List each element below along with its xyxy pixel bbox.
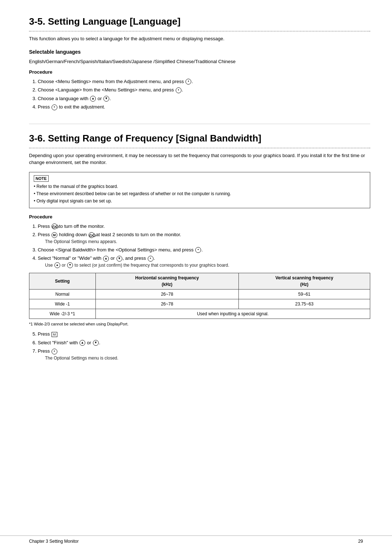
cell-h-wide1: 26~78 (95, 299, 238, 309)
procedure-36-steps: Press ⏻ to turn off the monitor. Press M… (38, 223, 370, 268)
footer-left: Chapter 3 Setting Monitor (29, 538, 79, 545)
enter-icon-1: · (185, 79, 191, 85)
step-36-4-sub: Use ▲ or ▼ to select (or just confirm) t… (45, 262, 370, 268)
section-36-intro: Depending upon your operating environmen… (29, 152, 370, 166)
cell-wide23-combined: Used when inputting a special signal. (95, 309, 370, 319)
cell-v-normal: 59~61 (238, 289, 370, 299)
step-36-2-sub: The Optional Settings menu appears. (45, 238, 370, 245)
cell-setting-wide23: Wide -2/-3 *1 (29, 309, 96, 319)
col-h-freq: Horizontal scanning frequency(kHz) (95, 273, 238, 289)
procedure-36-block: Procedure Press ⏻ to turn off the monito… (29, 213, 370, 361)
section-35-intro: This function allows you to select a lan… (29, 35, 370, 42)
section-35-title: 3-5. Setting Language [Language] (29, 15, 370, 32)
step-36-5: Press M (38, 331, 370, 338)
table-row: Wide -2/-3 *1 Used when inputting a spec… (29, 309, 370, 319)
enter-icon-4: · (195, 247, 201, 253)
step-36-1: Press ⏻ to turn off the monitor. (38, 223, 370, 230)
step-35-3: Choose a language with ▲ or ▼. (38, 95, 370, 102)
section-36: 3-6. Setting Range of Frequency [Signal … (29, 131, 370, 361)
cell-setting-normal: Normal (29, 289, 96, 299)
note-box: NOTE • Refer to the manual of the graphi… (29, 172, 370, 209)
note-label: NOTE (34, 175, 49, 182)
procedure-35-heading: Procedure (29, 69, 370, 76)
up-arrow-icon-3: ▲ (54, 262, 60, 268)
enter-icon-2: · (176, 87, 181, 93)
table-row: Normal 26~78 59~61 (29, 289, 370, 299)
step-35-2: Choose <Language> from the <Menu Setting… (38, 86, 370, 94)
cell-setting-wide1: Wide -1 (29, 299, 96, 309)
down-arrow-icon-3: ▼ (67, 262, 73, 268)
frequency-table: Setting Horizontal scanning frequency(kH… (29, 273, 370, 319)
cell-h-normal: 26~78 (95, 289, 238, 299)
note-item-1: • Refer to the manual of the graphics bo… (34, 183, 366, 190)
down-arrow-icon-1: ▼ (103, 96, 109, 102)
footer-right: 29 (358, 538, 363, 545)
note-item-2: • These environment described below can … (34, 190, 366, 197)
procedure-35-steps: Choose <Menu Settings> menu from the Adj… (38, 78, 370, 111)
up-arrow-icon-2: ▲ (103, 256, 109, 262)
table-header-row: Setting Horizontal scanning frequency(kH… (29, 273, 370, 289)
selectable-languages-block: Selectable languages English/German/Fren… (29, 48, 370, 65)
section-divider (29, 124, 370, 124)
note-item-3: • Only digital input signals can be set … (34, 198, 366, 204)
procedure-36-steps-after: Press M Select "Finish" with ▲ or ▼. Pre… (38, 331, 370, 361)
cell-v-wide1: 23.75~63 (238, 299, 370, 309)
selectable-languages-heading: Selectable languages (29, 48, 370, 56)
step-36-3: Choose <Signal Baldwidth> from the <Opti… (38, 246, 370, 254)
down-arrow-icon-4: ▼ (93, 340, 99, 346)
section-36-title: 3-6. Setting Range of Frequency [Signal … (29, 131, 370, 148)
power-icon-1: ⏻ (52, 223, 57, 229)
step-35-1: Choose <Menu Settings> menu from the Adj… (38, 78, 370, 85)
down-arrow-icon-2: ▼ (117, 256, 122, 262)
up-arrow-icon-4: ▲ (79, 340, 85, 346)
section-35: 3-5. Setting Language [Language] This fu… (29, 15, 370, 111)
languages-list: English/German/French/Spanish/Italian/Sw… (29, 58, 370, 65)
table-footnote: *1 Wide-2/3 cannot be selected when usin… (29, 321, 370, 327)
col-v-freq: Vertical scanning frequency(Hz) (238, 273, 370, 289)
procedure-36-heading: Procedure (29, 213, 370, 221)
step-36-6: Select "Finish" with ▲ or ▼. (38, 339, 370, 346)
step-36-7-sub: The Optional Settings menu is closed. (45, 355, 370, 361)
step-36-4: Select "Normal" or "Wide" with ▲ or ▼, a… (38, 255, 370, 268)
enter-icon-3: · (52, 104, 57, 110)
col-setting: Setting (29, 273, 96, 289)
menu-icon: M (52, 332, 57, 337)
up-arrow-icon-1: ▲ (90, 96, 96, 102)
step-36-7: Press · The Optional Settings menu is cl… (38, 348, 370, 361)
step-36-2: Press M holding down ⏻ at least 2 second… (38, 231, 370, 245)
procedure-35-block: Procedure Choose <Menu Settings> menu fr… (29, 69, 370, 111)
table-row: Wide -1 26~78 23.75~63 (29, 299, 370, 309)
enter-icon-6: · (52, 349, 57, 354)
page-footer: Chapter 3 Setting Monitor 29 (0, 535, 392, 547)
step-35-4: Press · to exit the adjustment. (38, 103, 370, 111)
m-icon: M (52, 232, 57, 238)
enter-icon-5: · (148, 256, 154, 262)
power-icon-2: ⏻ (89, 232, 94, 238)
